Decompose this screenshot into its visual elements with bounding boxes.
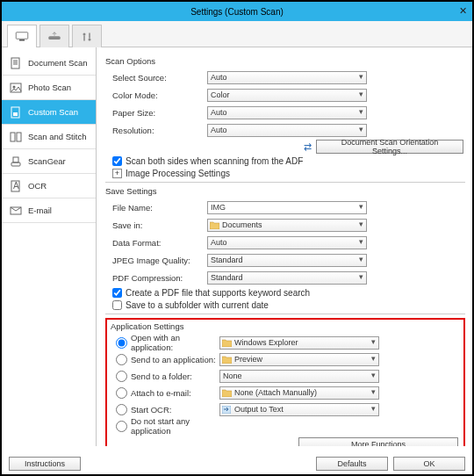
scan-both-label: Scan both sides when scanning from the A…: [126, 156, 303, 166]
start-ocr-dropdown[interactable]: Output to Text: [219, 403, 379, 416]
svg-rect-1: [19, 40, 25, 41]
svg-rect-0: [16, 32, 28, 39]
footer: Instructions Defaults OK: [2, 457, 472, 471]
resolution-dropdown[interactable]: Auto: [207, 124, 367, 137]
svg-rect-17: [11, 162, 20, 166]
application-settings-group: Application Settings Open with an applic…: [105, 318, 465, 446]
application-settings-title: Application Settings: [111, 321, 460, 331]
pdf-compression-dropdown[interactable]: Standard: [207, 271, 367, 285]
save-settings-title: Save Settings: [105, 186, 465, 196]
sidebar-item-custom-scan[interactable]: Custom Scan: [2, 100, 96, 125]
save-in-dropdown[interactable]: Documents: [207, 219, 367, 232]
svg-point-5: [89, 38, 91, 40]
svg-rect-14: [13, 112, 18, 116]
create-pdf-checkbox[interactable]: [112, 288, 122, 298]
svg-rect-18: [13, 157, 18, 162]
orientation-settings-button[interactable]: Document Scan Orientation Settings...: [316, 140, 463, 154]
subfolder-label: Save to a subfolder with current date: [126, 300, 269, 310]
svg-point-3: [83, 32, 86, 35]
open-app-label: Open with an application:: [131, 333, 219, 352]
create-pdf-label: Create a PDF file that supports keyword …: [126, 288, 310, 298]
data-format-label: Data Format:: [105, 238, 207, 248]
data-format-dropdown[interactable]: Auto: [207, 236, 367, 249]
svg-rect-4: [83, 35, 85, 40]
defaults-button[interactable]: Defaults: [316, 457, 388, 471]
save-settings-group: Save Settings File Name: Save in:Documen…: [105, 186, 465, 310]
sidebar-item-scan-stitch[interactable]: Scan and Stitch: [2, 125, 96, 149]
tab-preferences[interactable]: [72, 25, 102, 47]
document-icon: [9, 56, 23, 70]
main-panel: Scan Options Select Source:Auto Color Mo…: [97, 47, 472, 446]
scan-both-checkbox[interactable]: [112, 156, 122, 166]
stitch-icon: [9, 130, 23, 144]
resolution-label: Resolution:: [105, 126, 207, 135]
sidebar-item-email[interactable]: E-mail: [2, 198, 96, 223]
svg-rect-6: [89, 32, 90, 38]
start-ocr-radio[interactable]: [116, 404, 127, 415]
pdf-compression-label: PDF Compression:: [105, 273, 207, 283]
paper-size-label: Paper Size:: [105, 108, 207, 118]
close-icon[interactable]: ✕: [456, 4, 469, 17]
send-app-radio[interactable]: [116, 354, 127, 365]
svg-point-12: [13, 85, 16, 88]
attach-email-label: Attach to e-mail:: [131, 388, 191, 398]
email-icon: [9, 204, 23, 218]
tab-scan-to-pc[interactable]: [7, 25, 37, 47]
send-app-dropdown[interactable]: Preview: [219, 353, 379, 366]
subfolder-checkbox[interactable]: [112, 300, 122, 310]
select-source-label: Select Source:: [105, 73, 207, 83]
send-folder-dropdown[interactable]: None: [219, 370, 379, 383]
svg-text:A: A: [13, 181, 19, 191]
select-source-dropdown[interactable]: Auto: [207, 71, 367, 84]
image-processing-label: Image Processing Settings: [126, 169, 230, 178]
open-app-dropdown[interactable]: Windows Explorer: [219, 336, 379, 350]
ocr-icon: A: [9, 179, 23, 193]
instructions-button[interactable]: Instructions: [9, 457, 81, 471]
no-app-radio[interactable]: [116, 421, 127, 432]
svg-rect-7: [11, 58, 19, 69]
color-mode-label: Color Mode:: [105, 90, 207, 100]
tab-scan-from-panel[interactable]: [40, 25, 69, 47]
send-app-label: Send to an application:: [131, 355, 216, 364]
titlebar: Settings (Custom Scan) ✕: [2, 2, 472, 21]
sidebar: Document Scan Photo Scan Custom Scan Sca…: [2, 47, 97, 446]
window-title: Settings (Custom Scan): [190, 7, 284, 17]
no-app-label: Do not start any application: [131, 416, 219, 436]
start-ocr-label: Start OCR:: [131, 405, 171, 415]
send-folder-radio[interactable]: [116, 371, 127, 382]
svg-rect-2: [48, 36, 61, 40]
attach-email-dropdown[interactable]: None (Attach Manually): [219, 386, 379, 400]
save-in-label: Save in:: [105, 220, 207, 230]
top-tabbar: [2, 21, 472, 47]
settings-window: Settings (Custom Scan) ✕ Document Scan P…: [0, 0, 474, 476]
jpeg-quality-dropdown[interactable]: Standard: [207, 254, 367, 267]
file-name-input[interactable]: [207, 201, 367, 214]
expand-image-processing[interactable]: +: [112, 169, 122, 178]
sidebar-item-scangear[interactable]: ScanGear: [2, 149, 96, 174]
sidebar-item-ocr[interactable]: AOCR: [2, 174, 96, 198]
photo-icon: [9, 81, 23, 95]
open-app-radio[interactable]: [116, 337, 127, 349]
custom-icon: [9, 105, 23, 119]
scangear-icon: [9, 155, 23, 169]
attach-email-radio[interactable]: [116, 387, 127, 399]
svg-rect-15: [11, 133, 15, 141]
swap-icon[interactable]: ⇄: [304, 141, 311, 153]
jpeg-quality-label: JPEG Image Quality:: [105, 256, 207, 265]
scan-options-group: Scan Options Select Source:Auto Color Mo…: [105, 56, 465, 178]
paper-size-dropdown[interactable]: Auto: [207, 106, 367, 119]
sidebar-item-document-scan[interactable]: Document Scan: [2, 51, 96, 76]
sidebar-item-photo-scan[interactable]: Photo Scan: [2, 76, 96, 100]
svg-rect-16: [17, 133, 21, 141]
send-folder-label: Send to a folder:: [131, 371, 192, 381]
more-functions-button[interactable]: More Functions: [298, 437, 458, 446]
scan-options-title: Scan Options: [105, 56, 465, 66]
color-mode-dropdown[interactable]: Color: [207, 89, 367, 102]
ok-button[interactable]: OK: [393, 457, 465, 471]
file-name-label: File Name:: [105, 203, 207, 213]
